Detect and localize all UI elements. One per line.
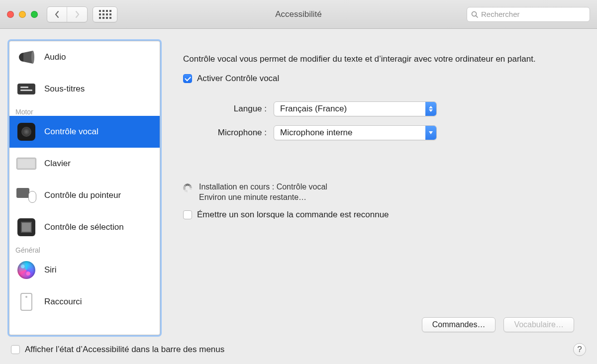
search-field[interactable] [467, 7, 590, 22]
sidebar-item-voice-control[interactable]: Contrôle vocal [9, 116, 160, 148]
commands-button[interactable]: Commandes… [422, 317, 496, 332]
sidebar-item-label: Raccourci [44, 297, 82, 307]
sidebar-item-subtitles[interactable]: Sous-titres [9, 73, 160, 105]
microphone-value: Microphone interne [280, 128, 353, 138]
search-input[interactable] [481, 10, 586, 18]
main-panel: Contrôle vocal vous permet de modifier d… [169, 41, 588, 335]
sidebar-item-keyboard[interactable]: Clavier [9, 148, 160, 180]
language-value: Français (France) [280, 104, 347, 114]
sidebar-item-label: Contrôle du pointeur [44, 190, 121, 200]
sidebar-item-label: Contrôle de sélection [44, 222, 124, 232]
window-controls [7, 11, 38, 18]
svg-line-1 [476, 15, 478, 17]
sidebar-item-siri[interactable]: Siri [9, 254, 160, 286]
sidebar-item-audio[interactable]: Audio [9, 41, 160, 73]
microphone-label: Microphone : [183, 128, 267, 138]
enable-voice-control-row: Activer Contrôle vocal [183, 74, 574, 84]
siri-icon [17, 261, 35, 279]
chevron-left-icon [54, 10, 60, 18]
sidebar-item-switch-control[interactable]: Contrôle de sélection [9, 211, 160, 243]
help-button[interactable]: ? [573, 343, 586, 356]
forward-button[interactable] [67, 7, 87, 22]
spinner-icon [183, 183, 192, 192]
chevron-right-icon [75, 10, 80, 18]
sidebar: Audio Sous-titres Motor Contrôle vocal C… [9, 41, 160, 335]
show-status-menubar-label: Afficher l’état d’Accessibilité dans la … [25, 345, 224, 355]
switch-control-icon [17, 218, 35, 236]
sidebar-group-motor: Motor [9, 105, 160, 116]
updown-stepper-icon [425, 102, 436, 116]
sidebar-group-general: Général [9, 243, 160, 254]
vocabulary-button[interactable]: Vocabulaire… [503, 317, 574, 332]
grid-icon [99, 10, 111, 19]
minimize-window-button[interactable] [19, 11, 26, 18]
show-status-menubar-checkbox[interactable] [11, 345, 20, 354]
language-select[interactable]: Français (France) [274, 101, 437, 116]
install-status: Installation en cours : Contrôle vocal E… [183, 182, 574, 203]
speaker-icon [18, 50, 35, 64]
sidebar-item-label: Contrôle vocal [44, 127, 99, 137]
play-sound-checkbox[interactable] [183, 210, 192, 219]
sidebar-item-label: Sous-titres [44, 84, 85, 94]
nav-segment [47, 6, 88, 22]
shortcut-icon [20, 293, 32, 311]
show-all-button[interactable] [93, 6, 117, 22]
sidebar-item-label: Clavier [44, 159, 71, 169]
status-line-2: Environ une minute restante… [199, 192, 327, 203]
enable-voice-control-checkbox[interactable] [183, 74, 192, 83]
chevron-down-icon [425, 126, 436, 140]
back-button[interactable] [47, 7, 67, 22]
description-text: Contrôle vocal vous permet de modifier d… [183, 54, 574, 65]
play-sound-row: Émettre un son lorsque la commande est r… [183, 210, 574, 220]
microphone-select[interactable]: Microphone interne [274, 125, 437, 140]
svg-point-3 [31, 51, 34, 64]
close-window-button[interactable] [7, 11, 14, 18]
search-icon [471, 11, 478, 18]
zoom-window-button[interactable] [31, 11, 38, 18]
status-line-1: Installation en cours : Contrôle vocal [199, 182, 327, 192]
sidebar-item-label: Siri [44, 265, 57, 275]
enable-voice-control-label: Activer Contrôle vocal [197, 74, 279, 84]
play-sound-label: Émettre un son lorsque la commande est r… [197, 210, 389, 220]
voice-control-icon [17, 123, 35, 141]
footer: Afficher l’état d’Accessibilité dans la … [0, 335, 597, 364]
pointer-icon [16, 188, 36, 203]
subtitles-icon [17, 84, 35, 94]
sidebar-item-pointer-control[interactable]: Contrôle du pointeur [9, 180, 160, 211]
titlebar: Accessibilité [0, 0, 597, 29]
sidebar-item-shortcut[interactable]: Raccourci [9, 286, 160, 318]
sidebar-item-label: Audio [44, 52, 66, 62]
language-label: Langue : [183, 104, 267, 114]
keyboard-icon [16, 158, 36, 170]
